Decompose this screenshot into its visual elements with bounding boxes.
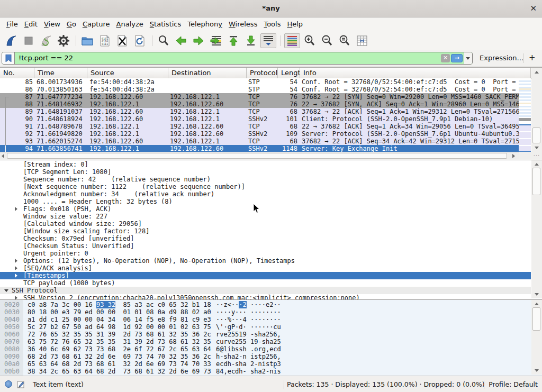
column-header-info[interactable]: Info — [300, 68, 531, 79]
restart-capture-button[interactable] — [38, 33, 54, 48]
detail-row[interactable]: [SEQ/ACK analysis] — [0, 265, 531, 272]
column-header-no[interactable]: No. — [0, 68, 34, 79]
display-filter-field[interactable]: !tcp.port == 22 ✕ → — [2, 52, 473, 65]
expander-collapsed-icon[interactable] — [15, 296, 17, 299]
add-filter-button[interactable]: + — [529, 53, 536, 62]
packet-row-94[interactable]: 9471.663856741192.168.122.1192.168.122.6… — [0, 145, 531, 152]
packet-row-86[interactable]: 8670.013850163fe:54:00:d4:38:2aSTP54Conf… — [0, 86, 531, 93]
expert-info-icon[interactable] — [5, 380, 12, 388]
menu-tools[interactable]: Tools — [260, 18, 284, 30]
detail-row[interactable]: Sequence number: 42 (relative sequence n… — [0, 176, 531, 183]
resize-columns-button[interactable] — [354, 33, 370, 48]
detail-row[interactable]: [Window size scaling factor: 128] — [0, 227, 531, 235]
zoom-in-button[interactable] — [302, 33, 318, 48]
hex-row-00a0[interactable]: 00a065 63 64 68 2d 73 68 61 32 2d 6e 69 … — [0, 360, 531, 368]
expander-collapsed-icon[interactable] — [15, 259, 17, 263]
detail-row[interactable]: Flags: 0x018 (PSH, ACK) — [0, 205, 531, 213]
capture-options-button[interactable] — [56, 33, 71, 48]
hex-row-0020[interactable]: 0020c0 a8 7a 3c 00 16 93 32 85 a3 ac c0 … — [0, 301, 531, 308]
go-to-packet-button[interactable] — [208, 33, 224, 48]
packet-row-93[interactable]: 9371.662015274192.168.122.60192.168.122.… — [0, 138, 531, 145]
detail-row[interactable]: Checksum: 0x79ed [unverified] — [0, 235, 531, 242]
packet-list-vscrollbar[interactable] — [531, 68, 542, 152]
detail-row[interactable]: Window size value: 227 — [0, 213, 531, 220]
packet-row-90[interactable]: 9071.648618924192.168.122.60192.168.122.… — [0, 115, 531, 123]
detail-row[interactable]: 1000 .... = Header Length: 32 bytes (8) — [0, 198, 531, 205]
stop-capture-button[interactable] — [21, 33, 37, 48]
filter-bookmark-button[interactable] — [2, 52, 15, 64]
detail-row[interactable]: [Checksum Status: Unverified] — [0, 242, 531, 250]
hex-row-0080[interactable]: 008036 40 6c 69 62 73 73 68 2e 6f 72 67 … — [0, 345, 531, 353]
detail-row[interactable]: Acknowledgment number: 34 (relative ack … — [0, 190, 531, 198]
detail-row[interactable]: Urgent pointer: 0 — [0, 250, 531, 257]
go-first-button[interactable] — [225, 33, 241, 48]
filter-history-dropdown-icon[interactable] — [466, 57, 470, 60]
packet-row-89[interactable]: 8971.648191037192.168.122.60192.168.122.… — [0, 108, 531, 115]
hex-row-0040[interactable]: 0040a1 dd c1 25 00 00 04 34 06 14 f5 e8 … — [0, 316, 531, 323]
expander-collapsed-icon[interactable] — [15, 266, 17, 270]
expander-collapsed-icon[interactable] — [15, 207, 17, 211]
open-file-button[interactable] — [79, 33, 95, 48]
go-last-button[interactable] — [243, 33, 259, 48]
save-file-button[interactable]: 010101100111 — [97, 33, 113, 48]
menu-telephony[interactable]: Telephony — [184, 18, 225, 30]
start-capture-button[interactable] — [3, 33, 19, 48]
menu-view[interactable]: View — [41, 18, 64, 30]
expression-button[interactable]: Expression… — [480, 54, 524, 62]
menu-edit[interactable]: Edit — [21, 18, 41, 30]
column-header-length[interactable]: Length — [278, 68, 300, 79]
colorize-button[interactable] — [284, 33, 300, 48]
menu-wireless[interactable]: Wireless — [225, 18, 260, 30]
menu-go[interactable]: Go — [64, 18, 79, 30]
details-vscrollbar[interactable] — [531, 160, 542, 298]
packet-row-88[interactable]: 8871.648146932192.168.122.1192.168.122.6… — [0, 101, 531, 108]
detail-row[interactable]: SSH Version 2 (encryption:chacha20-poly1… — [0, 294, 531, 299]
filter-clear-button[interactable]: ✕ — [441, 54, 450, 62]
menu-file[interactable]: File — [3, 18, 21, 30]
detail-row[interactable]: [Next sequence number: 1122 (relative se… — [0, 183, 531, 190]
hex-row-0090[interactable]: 009068 2d 73 68 61 32 2d 6e 69 73 74 70 … — [0, 353, 531, 360]
detail-row[interactable]: [Stream index: 0] — [0, 161, 531, 168]
packet-row-91[interactable]: 9171.648789678192.168.122.1192.168.122.6… — [0, 123, 531, 130]
packet-row-87[interactable]: 8771.647777234192.168.122.60192.168.122.… — [0, 93, 531, 101]
pane-splitter-handle[interactable]: ··· — [531, 153, 542, 158]
packet-list-hscrollbar[interactable] — [0, 152, 519, 159]
menu-statistics[interactable]: Statistics — [147, 18, 184, 30]
find-packet-button[interactable] — [156, 33, 171, 48]
menu-analyze[interactable]: Analyze — [113, 18, 147, 30]
expander-collapsed-icon[interactable] — [15, 274, 17, 278]
packet-list-minimap[interactable] — [519, 79, 531, 151]
zoom-reset-button[interactable] — [337, 33, 353, 48]
filter-apply-button[interactable]: → — [451, 54, 463, 62]
menu-help[interactable]: Help — [284, 18, 306, 30]
bytes-vscrollbar[interactable] — [531, 300, 542, 375]
menu-capture[interactable]: Capture — [79, 18, 113, 30]
detail-row[interactable]: SSH Protocol — [0, 287, 531, 294]
reload-file-button[interactable] — [132, 33, 148, 48]
capture-comment-icon[interactable] — [17, 380, 25, 389]
status-profile[interactable]: Profile: Default — [489, 380, 538, 388]
go-forward-button[interactable] — [191, 33, 206, 48]
close-file-button[interactable] — [114, 33, 130, 48]
zoom-out-button[interactable] — [319, 33, 335, 48]
display-filter-input[interactable]: !tcp.port == 22 — [19, 54, 73, 62]
column-header-source[interactable]: Source — [87, 68, 168, 79]
packet-row-85[interactable]: 8568.001734936fe:54:00:d4:38:2aSTP54Conf… — [0, 78, 531, 86]
go-back-button[interactable] — [173, 33, 189, 48]
hex-row-0050[interactable]: 00505c 27 b2 67 50 ad 64 98 1d 92 00 00 … — [0, 323, 531, 331]
packet-row-92[interactable]: 9271.661949820192.168.122.1192.168.122.6… — [0, 130, 531, 138]
detail-row[interactable]: [TCP Segment Len: 1080] — [0, 168, 531, 176]
expander-expanded-icon[interactable] — [4, 289, 8, 292]
detail-row[interactable]: Options: (12 bytes), No-Operation (NOP),… — [0, 257, 531, 265]
detail-row[interactable]: [Timestamps] — [0, 272, 531, 279]
hex-row-0030[interactable]: 003080 18 00 e3 79 ed 00 00 01 01 08 0a … — [0, 308, 531, 316]
close-button[interactable]: ✕ — [530, 4, 537, 13]
column-header-destination[interactable]: Destination — [168, 68, 247, 79]
auto-scroll-button[interactable] — [260, 33, 276, 48]
detail-row[interactable]: TCP payload (1080 bytes) — [0, 279, 531, 287]
column-header-protocol[interactable]: Protocol — [247, 68, 278, 79]
detail-row[interactable]: [Calculated window size: 29056] — [0, 220, 531, 227]
column-header-time[interactable]: Time — [34, 68, 87, 79]
hex-row-00b0[interactable]: 00b038 34 2c 65 63 64 68 2d 73 68 61 32 … — [0, 368, 531, 375]
hex-row-0070[interactable]: 007063 75 72 76 65 32 35 35 31 39 2d 73 … — [0, 338, 531, 345]
